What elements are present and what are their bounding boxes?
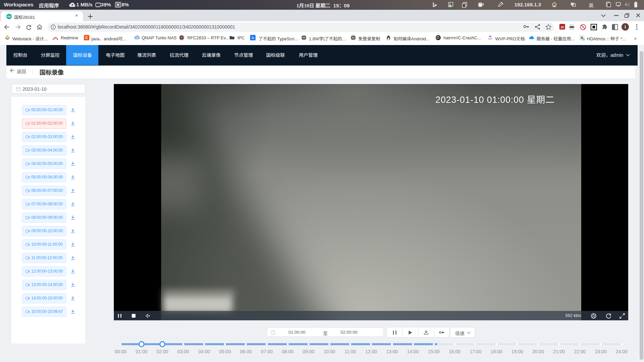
svg-text:W: W: [489, 35, 492, 38]
svg-text:JS: JS: [560, 26, 564, 29]
svg-text:WVP: WVP: [488, 38, 492, 40]
svg-text:知: 知: [251, 35, 255, 40]
svg-text:N: N: [581, 35, 584, 40]
svg-text:C: C: [85, 36, 88, 40]
